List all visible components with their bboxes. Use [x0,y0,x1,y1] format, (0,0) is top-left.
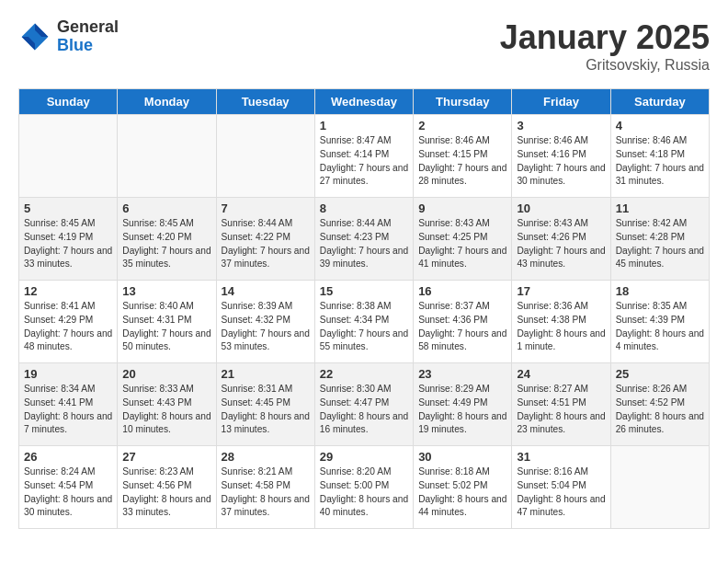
cell-content: Sunrise: 8:31 AM Sunset: 4:45 PM Dayligh… [222,383,310,437]
cell-content: Sunrise: 8:26 AM Sunset: 4:52 PM Dayligh… [616,383,704,437]
weekday-header-thursday: Thursday [414,89,512,115]
logo-text: General Blue [57,18,119,55]
cell-content: Sunrise: 8:34 AM Sunset: 4:41 PM Dayligh… [24,383,112,437]
cell-content: Sunrise: 8:40 AM Sunset: 4:31 PM Dayligh… [122,300,210,354]
calendar-cell [610,446,709,529]
cell-content: Sunrise: 8:47 AM Sunset: 4:14 PM Dayligh… [320,134,408,189]
calendar-week-2: 5Sunrise: 8:45 AM Sunset: 4:19 PM Daylig… [19,198,710,281]
day-number: 31 [517,450,605,464]
day-number: 27 [122,450,210,464]
cell-content: Sunrise: 8:43 AM Sunset: 4:25 PM Dayligh… [418,217,506,271]
calendar-week-4: 19Sunrise: 8:34 AM Sunset: 4:41 PM Dayli… [19,363,710,446]
cell-content: Sunrise: 8:41 AM Sunset: 4:29 PM Dayligh… [24,300,112,354]
day-number: 2 [418,119,506,132]
calendar-cell [118,115,216,198]
day-number: 30 [418,450,506,464]
calendar-cell [19,115,118,198]
logo-icon [18,20,51,53]
day-number: 19 [24,367,112,381]
title-block: January 2025 Gritsovskiy, Russia [500,18,710,74]
calendar-cell [216,115,314,198]
day-number: 28 [222,450,310,464]
day-number: 11 [616,201,704,215]
day-number: 22 [320,367,408,381]
cell-content: Sunrise: 8:45 AM Sunset: 4:20 PM Dayligh… [122,217,210,271]
cell-content: Sunrise: 8:36 AM Sunset: 4:38 PM Dayligh… [517,300,605,354]
weekday-header-saturday: Saturday [610,89,709,115]
calendar-cell: 7Sunrise: 8:44 AM Sunset: 4:22 PM Daylig… [216,198,314,281]
cell-content: Sunrise: 8:43 AM Sunset: 4:26 PM Dayligh… [517,217,605,271]
cell-content: Sunrise: 8:37 AM Sunset: 4:36 PM Dayligh… [418,300,506,354]
calendar-week-3: 12Sunrise: 8:41 AM Sunset: 4:29 PM Dayli… [19,281,710,363]
cell-content: Sunrise: 8:23 AM Sunset: 4:56 PM Dayligh… [122,465,210,520]
calendar-cell: 19Sunrise: 8:34 AM Sunset: 4:41 PM Dayli… [19,363,118,446]
page-header: General Blue January 2025 Gritsovskiy, R… [18,18,710,74]
cell-content: Sunrise: 8:27 AM Sunset: 4:51 PM Dayligh… [517,383,605,437]
day-number: 12 [24,284,112,298]
day-number: 8 [320,201,408,215]
calendar-cell: 18Sunrise: 8:35 AM Sunset: 4:39 PM Dayli… [610,281,709,363]
calendar-cell: 17Sunrise: 8:36 AM Sunset: 4:38 PM Dayli… [512,281,610,363]
calendar-cell: 30Sunrise: 8:18 AM Sunset: 5:02 PM Dayli… [414,446,512,529]
cell-content: Sunrise: 8:16 AM Sunset: 5:04 PM Dayligh… [517,465,605,520]
calendar-cell: 3Sunrise: 8:46 AM Sunset: 4:16 PM Daylig… [512,115,610,198]
day-number: 21 [222,367,310,381]
day-number: 4 [616,119,704,132]
day-number: 20 [122,367,210,381]
cell-content: Sunrise: 8:44 AM Sunset: 4:22 PM Dayligh… [222,217,310,271]
cell-content: Sunrise: 8:42 AM Sunset: 4:28 PM Dayligh… [616,217,704,271]
day-number: 15 [320,284,408,298]
calendar-cell: 14Sunrise: 8:39 AM Sunset: 4:32 PM Dayli… [216,281,314,363]
calendar-cell: 13Sunrise: 8:40 AM Sunset: 4:31 PM Dayli… [118,281,216,363]
cell-content: Sunrise: 8:39 AM Sunset: 4:32 PM Dayligh… [222,300,310,354]
cell-content: Sunrise: 8:24 AM Sunset: 4:54 PM Dayligh… [24,465,112,520]
day-number: 16 [418,284,506,298]
cell-content: Sunrise: 8:46 AM Sunset: 4:15 PM Dayligh… [418,134,506,189]
calendar-cell: 15Sunrise: 8:38 AM Sunset: 4:34 PM Dayli… [314,281,413,363]
day-number: 13 [122,284,210,298]
day-number: 17 [517,284,605,298]
day-number: 5 [24,201,112,215]
location: Gritsovskiy, Russia [500,57,710,74]
day-number: 24 [517,367,605,381]
day-number: 25 [616,367,704,381]
weekday-header-wednesday: Wednesday [314,89,413,115]
calendar-cell: 12Sunrise: 8:41 AM Sunset: 4:29 PM Dayli… [19,281,118,363]
cell-content: Sunrise: 8:29 AM Sunset: 4:49 PM Dayligh… [418,383,506,437]
calendar-cell: 8Sunrise: 8:44 AM Sunset: 4:23 PM Daylig… [314,198,413,281]
calendar-cell: 24Sunrise: 8:27 AM Sunset: 4:51 PM Dayli… [512,363,610,446]
calendar-cell: 20Sunrise: 8:33 AM Sunset: 4:43 PM Dayli… [118,363,216,446]
logo-blue: Blue [57,37,119,55]
cell-content: Sunrise: 8:46 AM Sunset: 4:16 PM Dayligh… [517,134,605,189]
weekday-header-row: SundayMondayTuesdayWednesdayThursdayFrid… [19,89,710,115]
calendar-cell: 5Sunrise: 8:45 AM Sunset: 4:19 PM Daylig… [19,198,118,281]
cell-content: Sunrise: 8:46 AM Sunset: 4:18 PM Dayligh… [616,134,704,189]
logo: General Blue [18,18,119,55]
calendar-cell: 4Sunrise: 8:46 AM Sunset: 4:18 PM Daylig… [610,115,709,198]
calendar-cell: 10Sunrise: 8:43 AM Sunset: 4:26 PM Dayli… [512,198,610,281]
calendar-cell: 23Sunrise: 8:29 AM Sunset: 4:49 PM Dayli… [414,363,512,446]
calendar-cell: 25Sunrise: 8:26 AM Sunset: 4:52 PM Dayli… [610,363,709,446]
calendar-cell: 26Sunrise: 8:24 AM Sunset: 4:54 PM Dayli… [19,446,118,529]
calendar-week-5: 26Sunrise: 8:24 AM Sunset: 4:54 PM Dayli… [19,446,710,529]
day-number: 3 [517,119,605,132]
day-number: 26 [24,450,112,464]
calendar-cell: 21Sunrise: 8:31 AM Sunset: 4:45 PM Dayli… [216,363,314,446]
cell-content: Sunrise: 8:35 AM Sunset: 4:39 PM Dayligh… [616,300,704,354]
calendar-cell: 27Sunrise: 8:23 AM Sunset: 4:56 PM Dayli… [118,446,216,529]
day-number: 29 [320,450,408,464]
logo-general: General [57,18,119,37]
calendar-week-1: 1Sunrise: 8:47 AM Sunset: 4:14 PM Daylig… [19,115,710,198]
weekday-header-monday: Monday [118,89,216,115]
cell-content: Sunrise: 8:38 AM Sunset: 4:34 PM Dayligh… [320,300,408,354]
day-number: 10 [517,201,605,215]
calendar-cell: 22Sunrise: 8:30 AM Sunset: 4:47 PM Dayli… [314,363,413,446]
day-number: 1 [320,119,408,132]
calendar-cell: 2Sunrise: 8:46 AM Sunset: 4:15 PM Daylig… [414,115,512,198]
calendar-cell: 16Sunrise: 8:37 AM Sunset: 4:36 PM Dayli… [414,281,512,363]
cell-content: Sunrise: 8:33 AM Sunset: 4:43 PM Dayligh… [122,383,210,437]
calendar-cell: 29Sunrise: 8:20 AM Sunset: 5:00 PM Dayli… [314,446,413,529]
weekday-header-tuesday: Tuesday [216,89,314,115]
day-number: 18 [616,284,704,298]
day-number: 14 [222,284,310,298]
